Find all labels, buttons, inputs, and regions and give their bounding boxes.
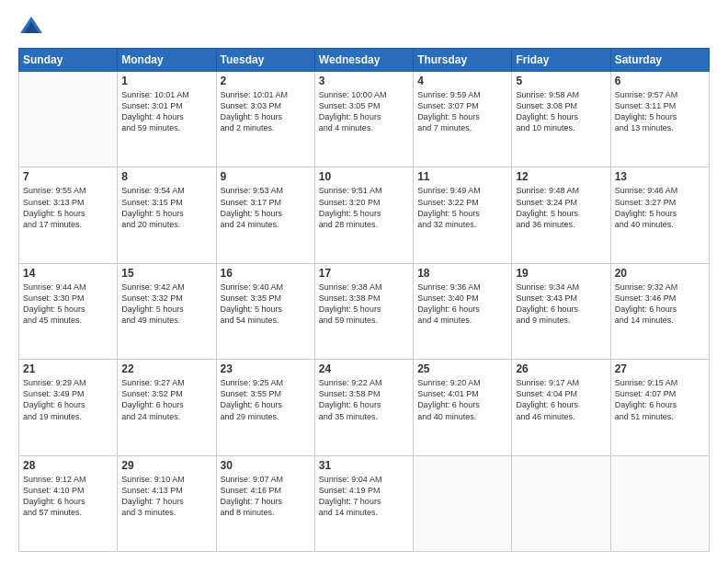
day-cell: 6Sunrise: 9:57 AMSunset: 3:11 PMDaylight… [610, 72, 709, 167]
weekday-tuesday: Tuesday [216, 49, 314, 72]
header [18, 15, 710, 40]
day-info: Sunrise: 9:04 AMSunset: 4:19 PMDaylight:… [319, 474, 409, 519]
day-cell: 23Sunrise: 9:25 AMSunset: 3:55 PMDayligh… [216, 360, 314, 455]
day-info: Sunrise: 9:48 AMSunset: 3:24 PMDaylight:… [516, 185, 606, 230]
day-number: 29 [121, 459, 211, 472]
day-info: Sunrise: 9:15 AMSunset: 4:07 PMDaylight:… [615, 377, 705, 422]
day-cell: 14Sunrise: 9:44 AMSunset: 3:30 PMDayligh… [19, 263, 118, 359]
day-number: 4 [417, 75, 507, 87]
weekday-wednesday: Wednesday [314, 49, 413, 72]
day-cell: 10Sunrise: 9:51 AMSunset: 3:20 PMDayligh… [314, 167, 413, 263]
day-info: Sunrise: 9:46 AMSunset: 3:27 PMDaylight:… [615, 185, 705, 230]
day-info: Sunrise: 9:58 AMSunset: 3:08 PMDaylight:… [516, 89, 606, 134]
day-cell: 31Sunrise: 9:04 AMSunset: 4:19 PMDayligh… [314, 455, 413, 551]
day-info: Sunrise: 9:12 AMSunset: 4:10 PMDaylight:… [23, 474, 113, 519]
day-number: 27 [615, 362, 705, 375]
day-cell: 4Sunrise: 9:59 AMSunset: 3:07 PMDaylight… [414, 72, 512, 167]
weekday-thursday: Thursday [414, 49, 512, 72]
day-cell: 20Sunrise: 9:32 AMSunset: 3:46 PMDayligh… [610, 263, 709, 359]
weekday-header-row: SundayMondayTuesdayWednesdayThursdayFrid… [19, 49, 710, 72]
day-info: Sunrise: 9:07 AMSunset: 4:16 PMDaylight:… [221, 474, 311, 519]
day-number: 18 [417, 267, 507, 280]
day-cell: 16Sunrise: 9:40 AMSunset: 3:35 PMDayligh… [216, 263, 314, 359]
day-cell: 18Sunrise: 9:36 AMSunset: 3:40 PMDayligh… [414, 263, 512, 359]
weekday-sunday: Sunday [19, 49, 118, 72]
day-cell: 17Sunrise: 9:38 AMSunset: 3:38 PMDayligh… [314, 263, 413, 359]
day-number: 22 [121, 362, 211, 375]
day-cell: 22Sunrise: 9:27 AMSunset: 3:52 PMDayligh… [118, 360, 216, 455]
day-number: 31 [319, 459, 409, 472]
day-info: Sunrise: 9:20 AMSunset: 4:01 PMDaylight:… [417, 377, 507, 422]
day-number: 8 [121, 170, 211, 183]
week-row-3: 21Sunrise: 9:29 AMSunset: 3:49 PMDayligh… [19, 360, 710, 455]
day-cell: 29Sunrise: 9:10 AMSunset: 4:13 PMDayligh… [118, 455, 216, 551]
day-info: Sunrise: 9:49 AMSunset: 3:22 PMDaylight:… [417, 185, 507, 230]
page: SundayMondayTuesdayWednesdayThursdayFrid… [0, 0, 728, 563]
week-row-4: 28Sunrise: 9:12 AMSunset: 4:10 PMDayligh… [19, 455, 710, 551]
day-info: Sunrise: 9:54 AMSunset: 3:15 PMDaylight:… [121, 185, 211, 230]
day-number: 14 [23, 267, 113, 280]
weekday-monday: Monday [118, 49, 216, 72]
day-cell [19, 72, 118, 167]
day-cell [512, 455, 610, 551]
day-info: Sunrise: 9:59 AMSunset: 3:07 PMDaylight:… [417, 89, 507, 134]
day-number: 26 [516, 362, 606, 375]
day-number: 7 [23, 170, 113, 183]
day-number: 2 [221, 75, 311, 87]
calendar-table: SundayMondayTuesdayWednesdayThursdayFrid… [18, 48, 710, 552]
day-info: Sunrise: 9:51 AMSunset: 3:20 PMDaylight:… [319, 185, 409, 230]
day-number: 17 [319, 267, 409, 280]
day-number: 16 [221, 267, 311, 280]
day-cell: 26Sunrise: 9:17 AMSunset: 4:04 PMDayligh… [512, 360, 610, 455]
day-cell: 28Sunrise: 9:12 AMSunset: 4:10 PMDayligh… [19, 455, 118, 551]
week-row-2: 14Sunrise: 9:44 AMSunset: 3:30 PMDayligh… [19, 263, 710, 359]
day-number: 1 [121, 75, 211, 87]
day-cell: 13Sunrise: 9:46 AMSunset: 3:27 PMDayligh… [610, 167, 709, 263]
day-info: Sunrise: 9:44 AMSunset: 3:30 PMDaylight:… [23, 282, 113, 327]
day-number: 6 [615, 75, 705, 87]
day-cell: 12Sunrise: 9:48 AMSunset: 3:24 PMDayligh… [512, 167, 610, 263]
day-number: 28 [23, 459, 113, 472]
day-cell: 3Sunrise: 10:00 AMSunset: 3:05 PMDayligh… [314, 72, 413, 167]
day-cell: 8Sunrise: 9:54 AMSunset: 3:15 PMDaylight… [118, 167, 216, 263]
day-number: 21 [23, 362, 113, 375]
day-cell: 19Sunrise: 9:34 AMSunset: 3:43 PMDayligh… [512, 263, 610, 359]
day-number: 3 [319, 75, 409, 87]
day-info: Sunrise: 10:01 AMSunset: 3:03 PMDaylight… [221, 89, 311, 134]
day-number: 20 [615, 267, 705, 280]
logo-icon [18, 15, 44, 40]
logo [18, 15, 48, 40]
day-cell: 7Sunrise: 9:55 AMSunset: 3:13 PMDaylight… [19, 167, 118, 263]
day-info: Sunrise: 9:53 AMSunset: 3:17 PMDaylight:… [221, 185, 311, 230]
day-cell: 24Sunrise: 9:22 AMSunset: 3:58 PMDayligh… [314, 360, 413, 455]
day-cell: 1Sunrise: 10:01 AMSunset: 3:01 PMDayligh… [118, 72, 216, 167]
day-info: Sunrise: 9:27 AMSunset: 3:52 PMDaylight:… [121, 377, 211, 422]
day-number: 11 [417, 170, 507, 183]
day-info: Sunrise: 9:10 AMSunset: 4:13 PMDaylight:… [121, 474, 211, 519]
day-info: Sunrise: 9:32 AMSunset: 3:46 PMDaylight:… [615, 282, 705, 327]
day-number: 24 [319, 362, 409, 375]
day-number: 9 [221, 170, 311, 183]
day-info: Sunrise: 9:17 AMSunset: 4:04 PMDaylight:… [516, 377, 606, 422]
day-number: 5 [516, 75, 606, 87]
day-cell: 5Sunrise: 9:58 AMSunset: 3:08 PMDaylight… [512, 72, 610, 167]
weekday-saturday: Saturday [610, 49, 709, 72]
week-row-0: 1Sunrise: 10:01 AMSunset: 3:01 PMDayligh… [19, 72, 710, 167]
day-info: Sunrise: 9:36 AMSunset: 3:40 PMDaylight:… [417, 282, 507, 327]
day-info: Sunrise: 9:42 AMSunset: 3:32 PMDaylight:… [121, 282, 211, 327]
day-cell: 27Sunrise: 9:15 AMSunset: 4:07 PMDayligh… [610, 360, 709, 455]
day-info: Sunrise: 9:22 AMSunset: 3:58 PMDaylight:… [319, 377, 409, 422]
day-cell [610, 455, 709, 551]
day-info: Sunrise: 9:55 AMSunset: 3:13 PMDaylight:… [23, 185, 113, 230]
day-cell: 21Sunrise: 9:29 AMSunset: 3:49 PMDayligh… [19, 360, 118, 455]
day-number: 10 [319, 170, 409, 183]
weekday-friday: Friday [512, 49, 610, 72]
day-cell: 11Sunrise: 9:49 AMSunset: 3:22 PMDayligh… [414, 167, 512, 263]
day-cell: 30Sunrise: 9:07 AMSunset: 4:16 PMDayligh… [216, 455, 314, 551]
day-info: Sunrise: 9:57 AMSunset: 3:11 PMDaylight:… [615, 89, 705, 134]
day-info: Sunrise: 9:40 AMSunset: 3:35 PMDaylight:… [221, 282, 311, 327]
day-number: 25 [417, 362, 507, 375]
day-info: Sunrise: 9:38 AMSunset: 3:38 PMDaylight:… [319, 282, 409, 327]
day-number: 23 [221, 362, 311, 375]
day-cell: 2Sunrise: 10:01 AMSunset: 3:03 PMDayligh… [216, 72, 314, 167]
